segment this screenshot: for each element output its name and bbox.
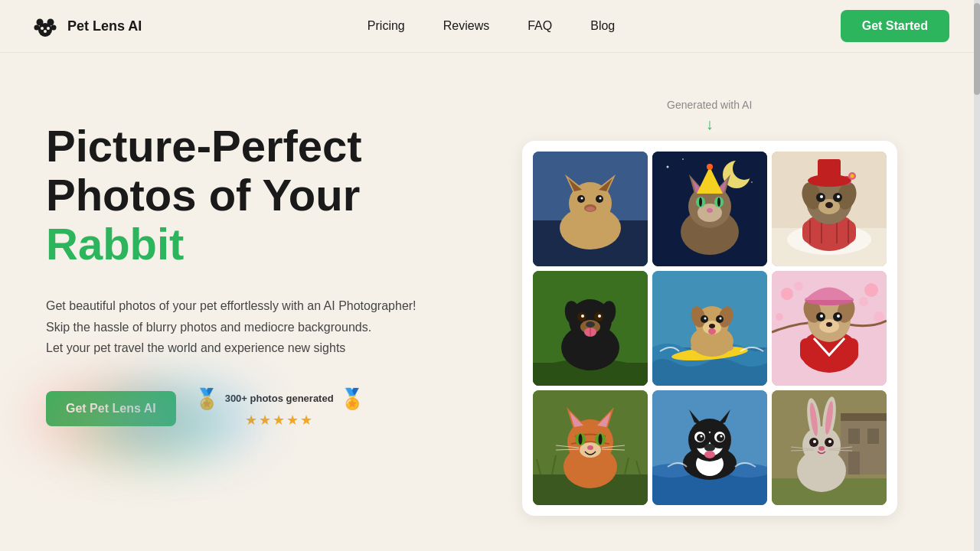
hero-desc-3: Let your pet travel the world and experi…: [46, 337, 454, 358]
svg-point-175: [818, 446, 825, 451]
logo-text: Pet Lens AI: [67, 18, 142, 34]
photo-cell-5: [652, 271, 767, 386]
badge-inner: 🏅 300+ photos generated 🏅: [194, 389, 364, 409]
photo-cell-8: [652, 390, 767, 505]
photo-cell-6: [772, 271, 887, 386]
get-pet-lens-button[interactable]: Get Pet Lens AI: [46, 391, 176, 426]
photo-cell-2: [652, 152, 767, 266]
svg-point-39: [699, 197, 702, 207]
svg-point-93: [704, 318, 706, 320]
svg-point-29: [733, 157, 756, 180]
laurel-right: 🏅: [340, 389, 364, 409]
logo-icon: [31, 11, 60, 41]
photo-grid: [533, 152, 887, 505]
svg-point-2: [47, 19, 54, 26]
svg-point-43: [707, 164, 713, 170]
photo-cell-1: [533, 152, 648, 266]
hero-description: Get beautiful photos of your pet effortl…: [46, 295, 454, 358]
svg-point-133: [578, 434, 582, 445]
photo-grid-wrapper: [522, 141, 897, 516]
svg-point-105: [874, 311, 884, 322]
cta-wrapper: Get Pet Lens AI: [46, 391, 176, 426]
svg-point-134: [598, 434, 602, 445]
svg-point-100: [781, 288, 793, 300]
hero-title: Picture-Perfect Photos of Your Rabbit: [46, 122, 454, 268]
photo-cell-9: [772, 390, 887, 505]
svg-rect-161: [848, 429, 860, 444]
svg-point-152: [700, 435, 702, 438]
logo-link[interactable]: Pet Lens AI: [31, 11, 142, 41]
svg-point-60: [837, 195, 840, 198]
svg-point-7: [44, 30, 47, 33]
svg-point-166: [802, 426, 841, 465]
nav-blog[interactable]: Blog: [590, 19, 615, 32]
get-started-button[interactable]: Get Started: [841, 10, 949, 42]
photo-cell-7: [533, 390, 648, 505]
svg-point-40: [717, 197, 720, 207]
hero-title-line3: Rabbit: [46, 219, 184, 269]
hero-left: Picture-Perfect Photos of Your Rabbit Ge…: [46, 99, 454, 429]
svg-point-19: [599, 197, 601, 200]
svg-point-78: [581, 315, 584, 318]
hero-desc-2: Skip the hassle of blurry photos and med…: [46, 317, 454, 337]
photo-cell-4: [533, 271, 648, 386]
svg-point-174: [828, 440, 831, 443]
cta-section: Get Pet Lens AI 🏅 300+ photos generated …: [46, 389, 454, 429]
svg-point-151: [717, 434, 724, 442]
svg-point-1: [37, 19, 44, 26]
svg-point-104: [776, 313, 783, 321]
svg-point-23: [666, 166, 668, 168]
award-badge: 🏅 300+ photos generated 🏅 ★★★★★: [194, 389, 364, 429]
badge-text: 300+ photos generated: [225, 393, 334, 404]
svg-rect-162: [867, 429, 879, 444]
svg-rect-163: [848, 452, 860, 474]
svg-point-153: [720, 435, 722, 438]
svg-rect-159: [841, 413, 887, 474]
svg-point-65: [850, 174, 854, 178]
nav-links: Pricing Reviews FAQ Blog: [368, 19, 615, 33]
svg-point-18: [580, 197, 583, 200]
svg-point-157: [704, 451, 715, 458]
hero-desc-1: Get beautiful photos of your pet effortl…: [46, 295, 454, 316]
svg-point-41: [707, 208, 713, 213]
svg-point-6: [47, 27, 50, 30]
navbar: Pet Lens AI Pricing Reviews FAQ Blog Get…: [0, 0, 980, 53]
svg-point-4: [51, 25, 57, 31]
scrollbar-thumb[interactable]: [974, 3, 980, 95]
hero-title-line2: Photos of Your: [46, 170, 360, 220]
ai-label: Generated with AI: [667, 99, 752, 111]
svg-point-95: [709, 324, 715, 328]
svg-point-21: [586, 207, 595, 211]
nav-pricing[interactable]: Pricing: [368, 19, 405, 32]
hero-title-line1: Picture-Perfect: [46, 121, 362, 171]
svg-point-61: [825, 202, 833, 208]
main-content: Picture-Perfect Photos of Your Rabbit Ge…: [0, 53, 980, 546]
svg-point-114: [820, 315, 823, 318]
svg-point-96: [708, 328, 716, 334]
svg-point-150: [697, 434, 704, 442]
svg-point-94: [719, 318, 721, 320]
svg-point-3: [34, 25, 40, 31]
star-rating: ★★★★★: [245, 412, 314, 429]
svg-point-135: [587, 445, 593, 450]
svg-point-5: [41, 27, 44, 30]
arrow-down-icon: ↓: [706, 116, 714, 133]
svg-point-98: [721, 344, 733, 351]
svg-point-79: [598, 315, 601, 318]
svg-point-116: [826, 322, 832, 327]
svg-point-102: [864, 283, 878, 297]
svg-rect-67: [818, 159, 841, 182]
svg-point-173: [813, 440, 816, 443]
svg-point-156: [704, 444, 715, 452]
photo-cell-3: [772, 152, 887, 266]
laurel-left: 🏅: [194, 389, 219, 409]
svg-point-80: [586, 321, 595, 328]
nav-reviews[interactable]: Reviews: [443, 19, 489, 32]
svg-point-24: [682, 158, 684, 160]
svg-point-103: [859, 297, 868, 306]
svg-point-115: [837, 315, 840, 318]
svg-point-101: [794, 282, 803, 291]
nav-faq[interactable]: FAQ: [528, 19, 552, 32]
scrollbar[interactable]: [974, 0, 980, 551]
svg-point-97: [691, 344, 703, 351]
